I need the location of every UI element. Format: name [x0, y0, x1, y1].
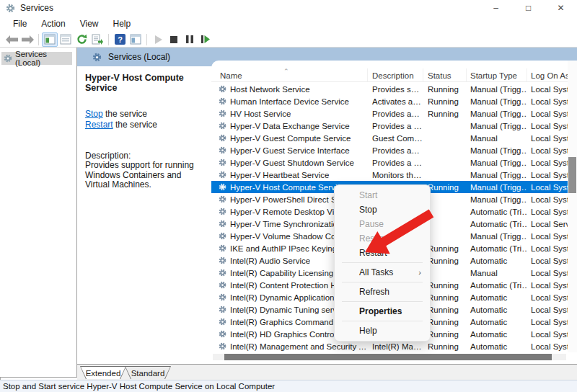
table-header: Name ⌃ Description Status Startup Type L…: [211, 68, 577, 82]
vertical-scrollbar[interactable]: [568, 61, 577, 352]
service-log-on-as: Local Service: [527, 220, 568, 228]
show-action-pane-icon[interactable]: [128, 32, 144, 47]
table-row[interactable]: Human Interface Device ServiceActivates …: [211, 95, 568, 107]
service-log-on-as: Local System: [527, 269, 568, 277]
service-description: Provides sup…: [368, 85, 423, 94]
tab-standard[interactable]: Standard: [125, 366, 171, 379]
service-description: Activates an…: [368, 97, 423, 106]
result-pane-title: Services (Local): [108, 52, 170, 62]
context-menu-item-properties[interactable]: Properties: [335, 304, 430, 318]
service-log-on-as: Local System: [527, 171, 568, 179]
context-menu-item-resume: Resume: [335, 231, 430, 246]
menu-file[interactable]: File: [6, 17, 34, 30]
service-status: Running: [423, 342, 467, 351]
service-gear-icon: [219, 269, 226, 277]
selected-service-title: Hyper-V Host Compute Service: [85, 73, 208, 93]
column-header-name[interactable]: Name ⌃: [211, 68, 368, 81]
stop-service-link[interactable]: Stop: [85, 109, 103, 119]
service-log-on-as: Local System: [527, 97, 568, 106]
restart-service-icon[interactable]: [198, 32, 213, 47]
table-row[interactable]: HV Host ServiceProvides an i…RunningManu…: [211, 107, 568, 120]
tree-item-label: Services (Local): [15, 50, 72, 67]
service-startup-type: Manual (Trigg…: [467, 183, 527, 192]
horizontal-scrollbar[interactable]: [213, 354, 566, 360]
service-gear-icon: [219, 134, 226, 142]
service-name: Hyper-V Guest Compute Service: [230, 134, 351, 143]
service-log-on-as: Local System: [527, 122, 568, 130]
table-row[interactable]: Intel(R) Management and Security Applica…: [211, 340, 568, 352]
link-suffix: the service: [113, 120, 157, 130]
show-console-tree-icon[interactable]: [42, 32, 58, 47]
service-name: Intel(R) Management and Security Applica…: [230, 342, 368, 351]
maximize-button[interactable]: □: [512, 0, 545, 16]
service-log-on-as: Local System: [527, 195, 568, 204]
column-header-description[interactable]: Description: [368, 68, 423, 81]
tab-extended[interactable]: Extended: [80, 366, 126, 379]
forward-icon[interactable]: [19, 32, 35, 47]
view-tabstrip: Extended Standard: [77, 364, 577, 380]
context-menu-item-all-tasks[interactable]: All Tasks›: [335, 265, 430, 280]
service-gear-icon: [219, 146, 226, 154]
service-log-on-as: Local System: [527, 306, 568, 314]
refresh-icon[interactable]: [74, 32, 89, 47]
horizontal-scrollbar-thumb[interactable]: [224, 354, 552, 360]
service-gear-icon: [219, 342, 226, 350]
service-gear-icon: [219, 159, 226, 166]
menu-bar: FileActionViewHelp: [0, 16, 577, 32]
context-menu-item-stop[interactable]: Stop: [335, 202, 430, 217]
minimize-button[interactable]: –: [480, 0, 512, 16]
service-gear-icon: [219, 232, 226, 240]
status-bar: Stop and Start service Hyper-V Host Comp…: [0, 380, 577, 392]
context-menu-item-refresh[interactable]: Refresh: [335, 285, 430, 299]
column-header-status[interactable]: Status: [423, 68, 467, 81]
service-startup-type: Manual (Trigg…: [467, 85, 527, 94]
table-row[interactable]: Host Network ServiceProvides sup…Running…: [211, 83, 568, 95]
service-description: Provides an i…: [368, 146, 423, 155]
table-row[interactable]: Hyper-V Guest Compute ServiceGuest Comp……: [211, 132, 568, 144]
vertical-scrollbar-thumb[interactable]: [568, 157, 576, 193]
help-icon[interactable]: ?: [112, 32, 128, 47]
table-row[interactable]: Hyper-V Guest Service InterfaceProvides …: [211, 144, 568, 156]
service-gear-icon: [219, 244, 226, 252]
properties-window-icon[interactable]: [58, 32, 74, 47]
toolbar-separator: [146, 34, 147, 45]
link-suffix: the service: [103, 109, 147, 119]
submenu-chevron-icon: ›: [418, 268, 421, 277]
status-text: Stop and Start service Hyper-V Host Comp…: [3, 382, 275, 391]
toolbar: ?: [0, 32, 577, 48]
services-app-icon: [6, 4, 15, 13]
column-header-startup-type[interactable]: Startup Type: [467, 68, 527, 81]
service-startup-type: Automatic (Tri…: [467, 281, 527, 290]
close-button[interactable]: ✕: [545, 0, 577, 16]
pause-service-icon[interactable]: [182, 32, 198, 47]
service-status: Running: [423, 85, 467, 94]
table-row[interactable]: Hyper-V Heartbeat ServiceMonitors th…Man…: [211, 169, 568, 181]
service-log-on-as: Local System: [527, 293, 568, 302]
menu-view[interactable]: View: [73, 17, 106, 30]
service-log-on-as: Local System: [527, 318, 568, 326]
service-gear-icon: [219, 220, 226, 228]
stop-service-icon[interactable]: [166, 32, 182, 47]
menu-help[interactable]: Help: [106, 17, 138, 30]
service-name: HV Host Service: [230, 110, 291, 118]
service-link-line: Stop the service: [85, 109, 208, 120]
back-icon[interactable]: [4, 32, 19, 47]
service-log-on-as: Local System: [527, 134, 568, 143]
toolbar-separator: [38, 34, 39, 45]
restart-service-link[interactable]: Restart: [85, 120, 113, 130]
service-startup-type: Manual (Trigg…: [467, 146, 527, 155]
menu-action[interactable]: Action: [34, 17, 72, 30]
table-row[interactable]: Hyper-V Guest Shutdown ServiceProvides a…: [211, 156, 568, 169]
context-menu-separator: [342, 282, 423, 282]
service-gear-icon: [219, 171, 226, 179]
export-list-icon[interactable]: [89, 32, 105, 47]
start-service-icon[interactable]: [150, 32, 166, 47]
context-menu-item-restart[interactable]: Restart: [335, 246, 430, 260]
service-startup-type: Manual (Trigg…: [467, 171, 527, 179]
service-log-on-as: Local System: [527, 110, 568, 118]
table-row[interactable]: Hyper-V Data Exchange ServiceProvides a …: [211, 120, 568, 132]
toolbar-separator: [108, 34, 109, 45]
context-menu-item-help[interactable]: Help: [335, 324, 430, 338]
service-startup-type: Automatic (Tri…: [467, 208, 527, 216]
tree-item-services-local[interactable]: Services (Local): [1, 52, 72, 65]
